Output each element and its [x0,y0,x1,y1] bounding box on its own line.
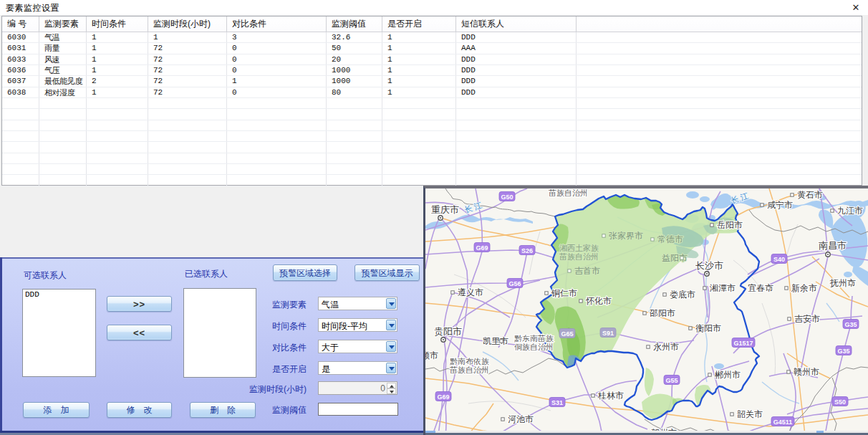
table-cell[interactable] [382,120,456,130]
table-cell[interactable]: 1 [382,43,456,53]
table-cell[interactable] [87,131,148,141]
table-row[interactable]: 6038相对湿度1720801DDD [2,87,862,98]
table-cell[interactable] [327,109,382,119]
table-cell[interactable] [2,98,39,108]
table-cell[interactable] [148,131,227,141]
add-button[interactable]: 添 加 [23,402,90,418]
table-cell[interactable] [227,98,327,108]
table-empty-row[interactable] [2,109,862,120]
header-cell[interactable]: 是否开启 [382,16,456,32]
move-right-button[interactable]: >> [107,296,172,312]
table-cell[interactable]: 1 [87,65,148,75]
table-cell[interactable]: DDD [456,54,577,64]
table-cell[interactable] [227,131,327,141]
table-cell[interactable]: 0 [227,65,327,75]
table-cell[interactable] [87,120,148,130]
compare-condition-combo[interactable]: 大于 [318,340,397,353]
table-empty-row[interactable] [2,142,862,153]
table-cell[interactable]: 0 [227,87,327,97]
table-cell[interactable] [382,131,456,141]
table-cell[interactable]: 1 [382,65,456,75]
table-cell[interactable] [382,109,456,119]
table-cell[interactable] [577,76,862,86]
table-cell[interactable]: 1 [87,54,148,64]
list-item[interactable]: DDD [25,290,93,300]
table-empty-row[interactable] [2,175,862,186]
table-cell[interactable] [382,142,456,152]
spinner-down-icon[interactable] [387,388,396,394]
table-cell[interactable] [577,54,862,64]
header-cell[interactable]: 对比条件 [227,16,327,32]
table-cell[interactable] [382,98,456,108]
table-cell[interactable] [87,142,148,152]
table-cell[interactable] [227,175,327,185]
chevron-down-icon[interactable] [386,298,396,309]
table-cell[interactable] [87,164,148,174]
table-cell[interactable]: DDD [456,32,577,42]
table-cell[interactable] [327,153,382,163]
table-cell[interactable]: 风速 [39,54,87,64]
table-cell[interactable] [327,120,382,130]
table-cell[interactable] [577,153,862,163]
table-cell[interactable] [39,164,87,174]
table-cell[interactable] [577,142,862,152]
table-row[interactable]: 6036气压172010001DDD [2,65,862,76]
table-empty-row[interactable] [2,131,862,142]
table-cell[interactable] [577,65,862,75]
table-cell[interactable] [327,142,382,152]
table-cell[interactable]: DDD [456,65,577,75]
table-cell[interactable] [2,153,39,163]
table-cell[interactable] [327,164,382,174]
table-cell[interactable]: 1 [382,54,456,64]
table-cell[interactable] [39,142,87,152]
table-cell[interactable]: 1000 [327,65,382,75]
table-cell[interactable] [577,120,862,130]
table-cell[interactable]: 6036 [2,65,39,75]
table-cell[interactable]: 32.6 [327,32,382,42]
chevron-down-icon[interactable] [386,320,396,330]
table-cell[interactable] [456,109,577,119]
table-cell[interactable] [382,164,456,174]
table-cell[interactable] [456,120,577,130]
table-cell[interactable] [39,131,87,141]
table-cell[interactable]: 1 [227,76,327,86]
table-cell[interactable]: 1 [382,76,456,86]
table-cell[interactable]: 0 [227,54,327,64]
table-empty-row[interactable] [2,120,862,131]
warning-region-show-button[interactable]: 预警区域显示 [355,264,420,281]
modify-button[interactable]: 修 改 [107,402,172,418]
table-cell[interactable] [577,87,862,97]
time-condition-combo[interactable]: 时间段-平均 [318,318,397,332]
table-cell[interactable]: 3 [227,32,327,42]
table-cell[interactable]: 2 [87,76,148,86]
header-cell[interactable]: 监测要素 [39,16,87,32]
table-cell[interactable]: 1000 [327,76,382,86]
period-spinner[interactable]: 0 [318,381,397,395]
table-cell[interactable] [577,175,862,185]
table-cell[interactable] [2,131,39,141]
move-left-button[interactable]: << [107,325,172,340]
table-cell[interactable] [577,43,862,53]
table-cell[interactable] [148,109,227,119]
delete-button[interactable]: 删 除 [190,402,256,418]
table-cell[interactable]: 0 [227,43,327,53]
table-cell[interactable] [2,164,39,174]
table-cell[interactable]: 气压 [39,65,87,75]
table-cell[interactable]: 1 [382,87,456,97]
threshold-input[interactable] [318,403,398,416]
header-cell[interactable]: 监测时段(小时) [148,16,227,32]
chevron-down-icon[interactable] [386,341,396,352]
table-row[interactable]: 6030气温11332.61DDD [2,32,862,43]
table-cell[interactable]: 6037 [2,76,39,86]
table-cell[interactable] [327,131,382,141]
header-cell[interactable]: 监测阈值 [327,16,382,32]
header-cell[interactable]: 编 号 [2,16,39,32]
table-cell[interactable] [2,120,39,130]
table-cell[interactable] [39,153,87,163]
table-cell[interactable] [456,175,577,185]
table-cell[interactable] [227,164,327,174]
table-cell[interactable] [39,98,87,108]
table-cell[interactable] [577,32,862,42]
table-cell[interactable] [39,175,87,185]
table-cell[interactable] [327,98,382,108]
